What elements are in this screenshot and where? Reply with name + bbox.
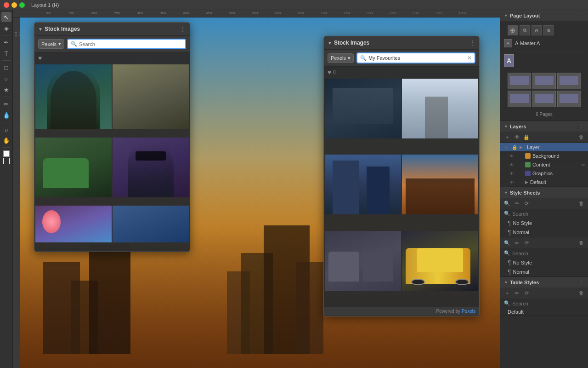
style-item-normal[interactable]: ¶ Normal [500,228,588,237]
para-style-item-no-style[interactable]: ¶ No Style [500,258,588,267]
layer-vis-graphics[interactable]: 👁 [509,171,515,176]
stock-image-car[interactable] [35,138,112,197]
close-button[interactable] [4,2,9,8]
heart-icon-left[interactable]: ♥ [38,54,42,62]
table-edit-btn[interactable]: ✏ [513,289,521,297]
page-thumb-3[interactable] [557,73,581,89]
stock-image-aerial[interactable] [325,79,401,138]
stock-image-veil[interactable] [113,64,189,129]
table-search-text[interactable]: Search [512,301,528,306]
table-styles-menu[interactable]: ⋮ [579,279,584,285]
arrow-tool[interactable]: ↖ [1,12,11,22]
style-copy-btn[interactable]: ⟳ [522,199,531,207]
layer-vis-default[interactable]: 👁 [509,180,515,185]
style-item-no-style[interactable]: ¶ No Style [500,218,588,228]
stock-image-woman1[interactable] [35,64,112,129]
stroke-color[interactable] [3,158,10,164]
search-box-left[interactable]: 🔍 [67,39,186,49]
search-box-right[interactable]: 🔍 ✕ [356,52,475,63]
page-thumb-2[interactable] [532,73,556,89]
page-thumb-1[interactable] [508,73,531,89]
style-edit-btn[interactable]: ✏ [513,199,521,207]
page-thumb-5[interactable] [532,91,556,107]
para-search-btn[interactable]: 🔍 [503,239,511,247]
star-tool[interactable]: ★ [1,85,11,95]
page-layout-menu[interactable]: ⋮ [579,12,584,18]
stock-image-cars-lot[interactable] [325,231,401,291]
layer-vis-bg[interactable]: 👁 [509,154,515,159]
para-copy-btn[interactable]: ⟳ [522,239,531,247]
master-A-thumb[interactable]: A [504,54,514,67]
layers-eye-btn[interactable]: 👁 [513,133,521,141]
text-tool[interactable]: T [1,48,11,58]
search-input-right[interactable] [368,55,465,61]
layer-vis-layer[interactable]: 👁 [503,145,509,150]
panel-menu-button-right[interactable]: ⋮ [469,39,475,46]
style-sheets-menu[interactable]: ⋮ [579,190,584,196]
heart-icon-right[interactable]: ♥ [328,69,331,76]
stock-image-camera[interactable] [113,206,189,242]
layer-item-graphics[interactable]: 👁 Graphics [506,169,588,178]
table-delete-btn[interactable]: 🗑 [577,289,585,297]
layer-arrow-default[interactable]: ▶ [525,180,528,184]
panel-menu-button-left[interactable]: ⋮ [180,25,186,33]
zoom-tool[interactable]: ⌕ [1,124,11,134]
table-styles-header[interactable]: ▼ Table Styles ⋮ [500,277,588,288]
layers-add-btn[interactable]: + [503,133,511,141]
style-search-text[interactable]: Search [512,211,528,217]
ellipse-tool[interactable]: ○ [1,74,11,84]
stock-image-flowers[interactable] [35,206,112,242]
stock-image-yellow-car[interactable] [402,231,478,291]
stock-image-foggy[interactable] [402,79,478,138]
layer-item-default[interactable]: 👁 ▶ Default [506,178,588,187]
layer-expand-layer[interactable]: ▶ [520,145,525,150]
style-add-btn[interactable]: 🔍 [503,199,511,207]
table-style-item-default[interactable]: Default [500,308,588,316]
layer-item-background[interactable]: 👁 Background [506,152,588,161]
panel-collapse-arrow-right[interactable]: ▼ [328,40,332,46]
eyedropper-tool[interactable]: 💧 [1,110,11,120]
search-input-left[interactable] [79,41,182,47]
style-delete-btn[interactable]: 🗑 [577,199,585,207]
style-sheets-header[interactable]: ▼ Style Sheets ⋮ [500,187,588,198]
source-select-left[interactable]: Pexels ▾ [38,39,64,49]
stock-image-woman2[interactable] [113,138,189,197]
node-tool[interactable]: ◈ [1,23,11,33]
hand-tool[interactable]: ✋ [1,135,11,145]
layers-delete-btn[interactable]: 🗑 [577,133,585,141]
pexels-link-right[interactable]: Pexels [462,309,475,314]
layer-item-content[interactable]: 👁 Content ✏ [506,161,588,169]
pen-tool[interactable]: ✒ [1,37,11,47]
panel-collapse-arrow[interactable]: ▼ [38,27,43,32]
delete-page-icon[interactable]: ⊖ [531,25,542,35]
minimize-button[interactable] [11,2,17,8]
source-select-right[interactable]: Pexels ▾ [328,53,354,63]
settings-page-icon[interactable]: ⚙ [543,25,554,35]
para-search-text[interactable]: Search [512,251,528,256]
stock-image-sunset-city[interactable] [402,155,478,214]
layers-menu[interactable]: ⋮ [579,123,584,129]
copy-page-icon[interactable]: ⧉ [520,25,530,35]
layers-header[interactable]: ▼ Layers ⋮ [500,121,588,132]
fill-color[interactable] [3,150,10,157]
stock-image-buildings[interactable] [325,155,401,214]
maximize-button[interactable] [19,2,25,8]
table-add-btn[interactable]: + [503,289,511,297]
layers-lock-btn[interactable]: 🔒 [522,133,531,141]
layer-item-layer[interactable]: 👁 🔒 ▶ Layer [500,143,588,152]
table-copy-btn[interactable]: ⟳ [522,289,531,297]
page-layout-header[interactable]: ▼ Page Layout ⋮ [500,10,588,21]
pencil-tool[interactable]: ✏ [1,99,11,109]
layer-edit-btn[interactable]: ✏ [582,162,585,167]
canvas[interactable]: ▼ Stock Images ⋮ Pexels ▾ 🔍 [20,17,500,368]
layer-lock-layer[interactable]: 🔒 [511,145,518,150]
page-thumb-6[interactable] [557,91,581,107]
para-delete-btn[interactable]: 🗑 [577,239,585,247]
add-page-icon[interactable]: ⊕ [508,25,518,35]
rectangle-tool[interactable]: □ [1,63,11,73]
layer-vis-content[interactable]: 👁 [509,162,515,167]
para-edit-btn[interactable]: ✏ [513,239,521,247]
search-clear-button[interactable]: ✕ [467,55,472,61]
page-thumb-4[interactable] [508,91,531,107]
para-style-item-normal[interactable]: ¶ Normal [500,267,588,276]
